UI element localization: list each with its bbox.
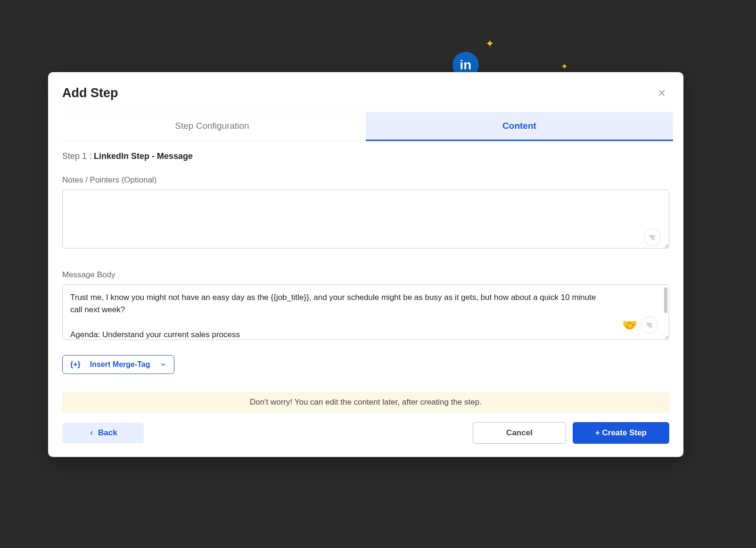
merge-tag-label: Insert Merge-Tag xyxy=(90,360,150,369)
back-button[interactable]: Back xyxy=(62,423,144,443)
footer-right: Cancel + Create Step xyxy=(473,422,669,444)
back-label: Back xyxy=(98,428,117,438)
add-step-modal: Add Step Step Configuration Content Step… xyxy=(48,72,683,457)
modal-footer: Back Cancel + Create Step xyxy=(48,413,683,457)
merge-tag-prefix: {+} xyxy=(70,360,81,369)
step-prefix: Step 1 : xyxy=(62,151,94,161)
tab-content[interactable]: Content xyxy=(366,112,673,141)
message-input[interactable] xyxy=(62,284,669,340)
message-wrap: 🤝 xyxy=(62,284,669,342)
step-name: LinkedIn Step - Message xyxy=(94,151,193,161)
notes-input[interactable] xyxy=(62,190,669,249)
info-banner: Don't worry! You can edit the content la… xyxy=(62,392,669,413)
notes-wrap xyxy=(62,190,669,250)
modal-title: Add Step xyxy=(62,86,118,100)
notes-label: Notes / Pointers (Optional) xyxy=(62,175,669,185)
wifi-off-icon xyxy=(644,229,661,246)
scrollbar[interactable] xyxy=(664,287,667,313)
message-label: Message Body xyxy=(62,270,669,280)
create-step-button[interactable]: + Create Step xyxy=(573,422,669,444)
close-icon xyxy=(657,88,666,98)
message-icons: 🤝 xyxy=(622,316,658,333)
tabs: Step Configuration Content xyxy=(58,112,673,141)
cancel-button[interactable]: Cancel xyxy=(473,422,566,444)
tab-step-configuration[interactable]: Step Configuration xyxy=(58,112,366,141)
sparkle-icon: ✦ xyxy=(561,61,568,72)
chevron-down-icon xyxy=(160,361,166,368)
svg-point-0 xyxy=(652,240,652,240)
insert-merge-tag-button[interactable]: {+} Insert Merge-Tag xyxy=(62,355,174,374)
handshake-icon: 🤝 xyxy=(622,318,637,332)
svg-point-1 xyxy=(649,327,649,328)
modal-header: Add Step xyxy=(48,72,683,112)
chevron-left-icon xyxy=(89,430,94,436)
step-label: Step 1 : LinkedIn Step - Message xyxy=(62,151,669,161)
close-button[interactable] xyxy=(654,85,669,100)
content-area: Step 1 : LinkedIn Step - Message Notes /… xyxy=(48,141,683,382)
sparkle-icon: ✦ xyxy=(485,38,494,50)
wifi-off-icon xyxy=(641,316,658,333)
